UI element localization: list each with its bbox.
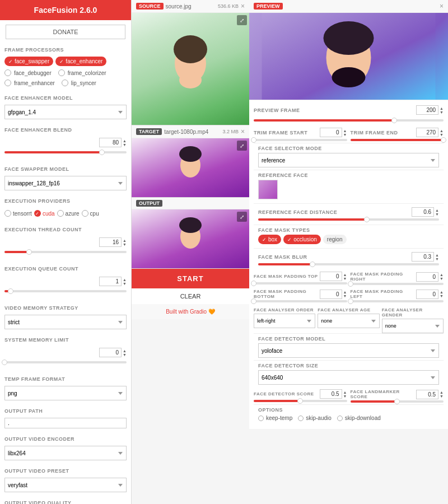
option-skip-audio[interactable]: skip-audio [298, 415, 332, 421]
execution-queue-count-value[interactable]: 1 [99, 277, 122, 286]
face-enhancer-blend-slider[interactable] [4, 151, 127, 153]
system-memory-limit-slider[interactable] [4, 361, 127, 363]
target-expand-button[interactable]: ⤢ [237, 141, 247, 151]
app-title: FaceFusion 2.6.0 [0, 0, 131, 20]
preview-close-button[interactable]: × [440, 2, 444, 10]
donate-button[interactable]: DONATE [6, 25, 125, 39]
preview-frame-slider[interactable] [254, 119, 444, 122]
output-video-preset-select[interactable]: veryfast [4, 478, 127, 492]
execution-thread-count-value[interactable]: 16 [99, 237, 122, 247]
target-badge: TARGET [136, 128, 162, 135]
execution-providers-group: tensorrt ✓ cuda azure cpu [4, 210, 127, 217]
face-detector-model-select[interactable]: yoloface [258, 343, 439, 358]
svg-point-2 [179, 72, 202, 88]
face-mask-padding-top-slider[interactable] [254, 282, 347, 284]
checkbox-lip-syncer[interactable]: lip_syncer [62, 78, 96, 87]
clear-button[interactable]: CLEAR [132, 288, 249, 304]
output-face-svg [174, 217, 207, 262]
face-analyser-order-label: FACE ANALYSER ORDER [254, 307, 315, 312]
source-expand-button[interactable]: ⤢ [237, 15, 247, 25]
provider-tensorrt[interactable]: tensorrt [4, 210, 32, 217]
chip-mask-occlusion[interactable]: ✓ occlusion [283, 235, 321, 244]
face-analyser-age-label: FACE ANALYSER AGE [318, 307, 379, 312]
face-enhancer-model-label: FACE ENHANCER MODEL [0, 92, 131, 102]
start-button[interactable]: START [132, 269, 249, 288]
frame-processors-label: FRAME PROCESSORS [0, 44, 131, 54]
provider-cpu[interactable]: cpu [82, 210, 99, 217]
face-analyser-age-select[interactable]: none [318, 314, 379, 328]
face-analyser-gender-select[interactable]: none [382, 319, 444, 333]
option-keep-temp[interactable]: keep-temp [258, 415, 292, 421]
reference-face-distance-value[interactable]: 0.6 [412, 207, 434, 217]
target-close-button[interactable]: × [241, 128, 245, 136]
face-enhancer-blend-value[interactable]: 80 [99, 138, 122, 147]
source-filename: source.jpg [166, 3, 192, 10]
execution-thread-count-slider[interactable] [4, 251, 127, 253]
face-mask-padding-left-label: FACE MASK PADDING LEFT [351, 289, 417, 299]
output-video-encoder-label: OUTPUT VIDEO ENCODER [0, 433, 131, 444]
face-selector-mode-label: FACE SELECTOR MODE [258, 146, 439, 151]
execution-queue-count-slider[interactable] [4, 290, 127, 292]
preview-face-svg [249, 13, 448, 100]
face-detector-model-label: FACE DETECTOR MODEL [258, 336, 439, 342]
video-memory-strategy-label: VIDEO MEMORY STRATEGY [0, 302, 131, 312]
face-mask-padding-right-slider[interactable] [351, 283, 444, 285]
chip-mask-region[interactable]: region [323, 235, 347, 244]
checkbox-frame-colorizer[interactable]: frame_colorizer [58, 68, 106, 77]
chip-face-swapper[interactable]: ✓ face_swapper [4, 57, 53, 66]
provider-azure[interactable]: azure [57, 210, 80, 217]
svg-point-10 [332, 67, 366, 87]
face-mask-padding-left-slider[interactable] [351, 300, 444, 302]
temp-frame-format-select[interactable]: png [4, 386, 127, 400]
preview-image [249, 13, 448, 100]
face-detector-score-value[interactable]: 0.5 [320, 389, 342, 399]
trim-frame-start-value[interactable]: 0 [320, 128, 342, 137]
chip-face-enhancer[interactable]: ✓ face_enhancer [55, 57, 106, 66]
face-mask-padding-bottom-slider[interactable] [254, 300, 347, 302]
face-detector-size-select[interactable]: 640x640 [258, 370, 439, 385]
face-detector-score-slider[interactable] [254, 400, 347, 402]
face-analyser-order-select[interactable]: left-right [254, 314, 315, 328]
output-path-label: OUTPUT PATH [0, 405, 131, 416]
source-close-button[interactable]: × [241, 2, 245, 10]
trim-frame-start-slider[interactable] [254, 139, 347, 141]
source-face-svg [162, 32, 218, 105]
output-expand-button[interactable]: ⤢ [237, 212, 247, 222]
face-landmarker-score-value[interactable]: 0.5 [416, 390, 438, 399]
output-path-input[interactable] [4, 418, 127, 428]
face-mask-padding-right-value[interactable]: 0 [416, 272, 438, 282]
video-memory-strategy-select[interactable]: strict [4, 315, 127, 329]
face-mask-padding-left-value[interactable]: 0 [416, 290, 438, 299]
face-landmarker-score-slider[interactable] [351, 400, 444, 403]
option-skip-download[interactable]: skip-download [337, 415, 381, 421]
middle-panel: SOURCE source.jpg 536.6 KB × ⤢ [132, 0, 249, 504]
face-mask-blur-slider[interactable] [258, 263, 439, 265]
provider-cuda[interactable]: ✓ cuda [34, 210, 55, 217]
checkbox-face-debugger[interactable]: face_debugger [4, 68, 52, 77]
execution-providers-label: EXECUTION PROVIDERS [0, 195, 131, 206]
face-mask-padding-bottom-value[interactable]: 0 [320, 290, 342, 299]
right-panel: PREVIEW × [249, 0, 448, 504]
trim-frame-end-value[interactable]: 270 [416, 128, 438, 137]
preview-frame-value[interactable]: 200 [416, 105, 438, 115]
face-mask-blur-value[interactable]: 0.3 [412, 252, 434, 262]
target-section: TARGET target-1080p.mp4 3.2 MB × ⤢ [132, 125, 249, 198]
preview-frame-label: PREVIEW FRAME [254, 108, 416, 113]
reference-face-distance-slider[interactable] [258, 218, 439, 221]
face-analyser-gender-label: FACE ANALYSER GENDER [382, 307, 444, 318]
source-section: SOURCE source.jpg 536.6 KB × ⤢ [132, 0, 249, 125]
face-selector-mode-select[interactable]: reference [258, 153, 439, 167]
system-memory-limit-value[interactable]: 0 [99, 348, 122, 357]
face-mask-padding-bottom-label: FACE MASK PADDING BOTTOM [254, 289, 320, 299]
face-mask-padding-top-value[interactable]: 0 [320, 272, 342, 281]
trim-frame-end-slider[interactable] [351, 139, 444, 141]
chip-mask-box[interactable]: ✓ box [258, 235, 281, 244]
output-video-encoder-select[interactable]: libx264 [4, 446, 127, 460]
output-section: OUTPUT ⤢ [132, 198, 249, 269]
checkbox-frame-enhancer[interactable]: frame_enhancer [4, 78, 55, 87]
source-image: ⤢ [132, 13, 249, 125]
face-enhancer-model-select[interactable]: gfpgan_1.4 [4, 105, 127, 119]
options-label: OPTIONS [258, 407, 439, 413]
svg-point-4 [179, 146, 202, 162]
face-swapper-model-select[interactable]: inswapper_128_fp16 [4, 176, 127, 190]
